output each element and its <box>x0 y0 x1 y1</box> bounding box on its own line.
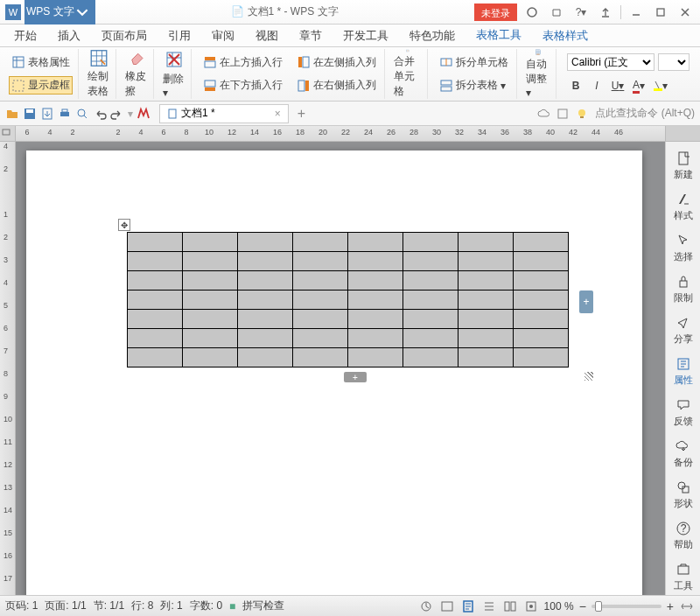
lightbulb-icon <box>576 108 588 120</box>
tab-devtools[interactable]: 开发工具 <box>332 24 399 48</box>
svg-rect-18 <box>536 50 540 54</box>
delete-button[interactable]: 删除▾ <box>158 49 192 99</box>
ruler-horizontal[interactable]: 6422468101214161820222426283032343638404… <box>0 126 700 142</box>
font-family-select[interactable]: Calibri (正文 <box>567 53 654 71</box>
tab-tablestyle[interactable]: 表格样式 <box>532 24 598 48</box>
svg-rect-9 <box>298 57 302 67</box>
skin-icon[interactable] <box>547 4 566 21</box>
split-cells-button[interactable]: 拆分单元格 <box>437 53 511 72</box>
zoom-label[interactable]: 100 % <box>544 600 574 612</box>
wps-home-icon[interactable] <box>136 107 150 121</box>
minimize-button[interactable] <box>626 4 646 21</box>
side-选择[interactable]: 选择 <box>666 228 700 269</box>
tab-insert[interactable]: 插入 <box>47 24 91 48</box>
tab-special[interactable]: 特色功能 <box>399 24 466 48</box>
doc-icon <box>167 108 178 119</box>
status-spell[interactable]: 拼写检查 <box>242 598 284 613</box>
status-pageof[interactable]: 页面: 1/1 <box>45 598 86 613</box>
app-label[interactable]: WPS 文字 <box>24 0 95 24</box>
view-mode-icon[interactable] <box>523 599 539 613</box>
status-pageno[interactable]: 页码: 1 <box>5 598 38 613</box>
show-gridlines-button[interactable]: 显示虚框 <box>9 76 73 94</box>
insert-col-right-button[interactable]: 在右侧插入列 <box>294 76 379 94</box>
print-icon[interactable] <box>58 107 72 121</box>
status-line[interactable]: 行: 8 <box>131 598 153 613</box>
view-outline-icon[interactable] <box>481 599 497 613</box>
font-size-select[interactable] <box>658 53 690 71</box>
side-帮助[interactable]: ?帮助 <box>666 515 700 556</box>
svg-point-28 <box>578 109 585 116</box>
zoom-slider[interactable] <box>592 605 662 608</box>
tab-view[interactable]: 视图 <box>245 24 289 48</box>
side-工具[interactable]: 工具 <box>666 556 700 595</box>
close-button[interactable] <box>676 4 695 21</box>
new-tab-button[interactable]: + <box>298 106 305 122</box>
draw-table-button[interactable]: 绘制表格 <box>82 49 116 99</box>
undo-icon[interactable] <box>93 107 107 121</box>
quick-access-bar: ▾ 文档1 * × + 点此查找命令 (Alt+Q) <box>0 102 700 126</box>
side-分享[interactable]: 分享 <box>666 310 700 351</box>
view-print-icon[interactable] <box>460 599 476 613</box>
open-icon[interactable] <box>5 107 19 121</box>
dropdown-icon[interactable] <box>76 6 88 18</box>
settings-icon[interactable] <box>522 4 542 21</box>
help-icon[interactable]: ?▾ <box>571 4 591 21</box>
tab-tabletools[interactable]: 表格工具 <box>466 23 532 49</box>
tab-start[interactable]: 开始 <box>4 24 47 48</box>
svg-rect-26 <box>169 109 176 118</box>
search-command-hint[interactable]: 点此查找命令 (Alt+Q) <box>595 106 695 121</box>
side-新建[interactable]: 新建 <box>666 145 700 186</box>
highlight-button[interactable]: ▾ <box>651 77 668 94</box>
view-web-icon[interactable] <box>502 599 518 613</box>
sync-icon[interactable] <box>556 108 569 120</box>
italic-button[interactable]: I <box>588 77 606 94</box>
view-fullscreen-icon[interactable] <box>439 599 455 613</box>
zoom-in-button[interactable]: + <box>667 599 674 613</box>
status-col[interactable]: 列: 1 <box>160 598 182 613</box>
save-icon[interactable] <box>23 107 37 121</box>
ruler-vertical[interactable]: 4212345678910111213141516171819 <box>0 142 16 595</box>
side-备份[interactable]: 备份 <box>666 433 700 474</box>
merge-cells-button[interactable]: 合并单元格 <box>388 49 428 99</box>
insert-col-left-button[interactable]: 在左侧插入列 <box>294 53 379 72</box>
svg-rect-3 <box>13 80 24 91</box>
side-形状[interactable]: 形状 <box>666 474 700 515</box>
document-tab[interactable]: 文档1 * × <box>159 104 289 123</box>
redo-icon[interactable] <box>110 107 124 121</box>
tab-pagelayout[interactable]: 页面布局 <box>91 24 158 48</box>
underline-button[interactable]: U▾ <box>609 77 626 94</box>
maximize-button[interactable] <box>651 4 670 21</box>
document-canvas[interactable]: ✥ + + <box>16 142 665 595</box>
eraser-button[interactable]: 橡皮擦 <box>120 49 154 99</box>
status-section[interactable]: 节: 1/1 <box>94 598 124 613</box>
font-color-button[interactable]: A▾ <box>630 77 648 94</box>
status-words[interactable]: 字数: 0 <box>190 598 222 613</box>
print-preview-icon[interactable] <box>75 107 89 121</box>
tab-section[interactable]: 章节 <box>289 24 332 48</box>
zoom-out-button[interactable]: − <box>579 599 586 613</box>
insert-row-below-button[interactable]: 在下方插入行 <box>200 76 285 94</box>
upload-icon[interactable] <box>596 4 615 21</box>
bold-button[interactable]: B <box>567 77 584 94</box>
table-add-column-handle[interactable]: + <box>579 290 593 313</box>
side-限制[interactable]: 限制 <box>666 269 700 310</box>
table-properties-button[interactable]: 表格属性 <box>9 53 73 72</box>
tab-reference[interactable]: 引用 <box>158 24 201 48</box>
side-样式[interactable]: 样式 <box>666 186 700 228</box>
export-icon[interactable] <box>40 107 54 121</box>
insert-row-above-button[interactable]: 在上方插入行 <box>200 53 285 72</box>
table-move-handle[interactable]: ✥ <box>118 219 130 231</box>
auto-adjust-button[interactable]: 自动调整▾ <box>521 49 556 99</box>
tab-review[interactable]: 审阅 <box>201 24 245 48</box>
side-属性[interactable]: 属性 <box>666 351 700 392</box>
side-反馈[interactable]: 反馈 <box>666 392 700 433</box>
split-table-button[interactable]: 拆分表格▾ <box>437 76 511 94</box>
document-table[interactable] <box>127 232 569 368</box>
cloud-icon[interactable] <box>537 108 550 120</box>
fit-width-icon[interactable] <box>679 599 695 613</box>
login-badge[interactable]: 未登录 <box>474 4 517 21</box>
table-resize-handle[interactable] <box>584 372 593 381</box>
close-tab-icon[interactable]: × <box>275 108 281 120</box>
table-add-row-handle[interactable]: + <box>344 372 367 382</box>
view-reading-icon[interactable] <box>418 599 434 613</box>
